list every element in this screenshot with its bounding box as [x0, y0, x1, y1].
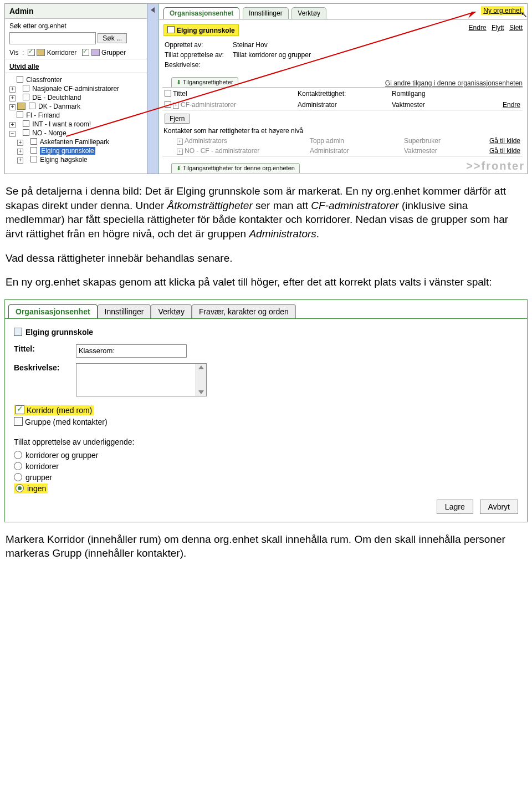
main-panel: Organisasjonsenhet Innstillinger Verktøy… — [158, 4, 527, 174]
screenshot-form: OrganisasjonsenhetInnstillingerVerktøyFr… — [4, 299, 528, 522]
tree-row[interactable]: + Elging høgskole — [7, 155, 145, 164]
korridorer-checkbox[interactable] — [28, 49, 35, 56]
arrow-down-icon: ⬇ — [176, 165, 181, 171]
goto-source-link[interactable]: Gå til kilde — [482, 137, 520, 145]
search-input[interactable] — [9, 32, 96, 44]
expand-all-link[interactable]: Utvid alle — [5, 59, 147, 73]
search-button[interactable]: Søk ... — [98, 33, 127, 43]
tree-row[interactable]: + Nasjonale CF-administratorer — [7, 84, 145, 93]
new-org-link[interactable]: Ny org.enhet — [481, 6, 524, 15]
fjern-button[interactable]: Fjern — [165, 114, 190, 124]
tittel-input[interactable] — [76, 344, 187, 358]
korridor-icon — [37, 49, 45, 56]
form-heading: Elging grunnskole — [14, 328, 518, 337]
flytt-link[interactable]: Flytt — [492, 24, 504, 32]
kontakter-title: Kontakter som har rettigheter fra et høy… — [163, 127, 521, 135]
sidebar: Admin Søk etter org.enhet Søk ... Vis : … — [5, 4, 147, 174]
search-label: Søk etter org.enhet — [9, 22, 142, 30]
rights-row: +CF-administratorer Administrator Vaktme… — [162, 100, 523, 110]
meta-table: Opprettet av:Steinar Hov Tillat opprette… — [163, 39, 320, 70]
scroll-down-icon[interactable] — [198, 390, 204, 394]
rights-table: Tittel Kontaktrettighet: Romtilgang +CF-… — [162, 87, 523, 110]
admin-title: Admin — [5, 4, 147, 19]
screenshot-admin: Admin Søk etter org.enhet Søk ... Vis : … — [4, 3, 528, 174]
arrow-down-icon: ⬇ — [176, 79, 181, 85]
goto-source-link[interactable]: Gå til kilde — [482, 147, 520, 155]
beskrivelse-label: Beskrivelse: — [14, 363, 74, 372]
grupper-checkbox[interactable] — [82, 49, 89, 56]
org-checkbox[interactable] — [167, 26, 175, 33]
gruppe-icon — [91, 49, 100, 56]
tab2-verktoy[interactable]: Verktøy — [151, 304, 191, 318]
slett-link[interactable]: Slett — [509, 24, 523, 32]
rights-row: +Administrators Topp admin Superbruker G… — [162, 136, 523, 146]
header-checkbox[interactable] — [165, 90, 171, 96]
vis-label: Vis — [9, 49, 18, 57]
scroll-up-icon[interactable] — [198, 365, 204, 369]
korridor-checkbox[interactable] — [16, 405, 24, 414]
watermark: >>fronter — [466, 160, 525, 172]
korridorer-label: Korridorer — [47, 49, 76, 57]
gruppe-checkbox[interactable] — [14, 417, 23, 426]
org-tree: Classfronter + Nasjonale CF-administrato… — [5, 73, 147, 166]
tree-row-selected[interactable]: + Elging grunnskole — [7, 146, 145, 155]
tab-innstillinger[interactable]: Innstillinger — [243, 7, 289, 19]
tree-row[interactable]: Classfronter — [7, 75, 145, 84]
textarea-scrollbar[interactable] — [196, 364, 206, 396]
tab2-innstillinger[interactable]: Innstillinger — [98, 304, 151, 318]
tree-row[interactable]: + INT - I want a room! — [7, 120, 145, 129]
tillat-label: Tillat opprettelse av underliggende: — [14, 437, 518, 446]
tab2-fravaer[interactable]: Fravær, karakter og orden — [192, 304, 296, 318]
tree-row[interactable]: FI - Finland — [7, 111, 145, 120]
beskrivelse-textarea[interactable] — [76, 363, 207, 396]
expand-icon[interactable]: + — [177, 149, 183, 155]
radio-grupper[interactable] — [14, 473, 22, 481]
body-text: Se på detaljerna i denna bild: Det är El… — [6, 184, 526, 289]
rights-subtab[interactable]: ⬇ Tilgangsrettigheter — [171, 77, 238, 87]
rights-subtab2[interactable]: ⬇ Tilgangsrettigheter for denne org.enhe… — [171, 163, 300, 173]
tabs: Organisasjonsenhet Innstillinger Verktøy… — [158, 4, 527, 20]
tab-org[interactable]: Organisasjonsenhet — [163, 7, 239, 19]
divider-bar[interactable] — [147, 4, 159, 174]
body-text-2: Markera Korridor (innehåller rum) om den… — [6, 532, 526, 561]
grupper-label: Grupper — [101, 49, 126, 57]
tabs2: OrganisasjonsenhetInnstillingerVerktøyFr… — [5, 300, 527, 319]
endre-row-link[interactable]: Endre — [482, 101, 520, 109]
tree-row[interactable]: + DK - Danmark — [7, 102, 145, 111]
tittel-label: Tittel: — [14, 344, 74, 353]
expand-icon[interactable]: + — [173, 103, 179, 109]
tree-row[interactable]: + DE - Deutchland — [7, 93, 145, 102]
inherited-rights: +Administrators Topp admin Superbruker G… — [162, 136, 523, 156]
heading-checkbox[interactable] — [14, 328, 22, 336]
rights-row: +NO - CF - administratorer Administrator… — [162, 146, 523, 156]
radio-korridorer[interactable] — [14, 462, 22, 470]
give-access-link[interactable]: Gi andre tilgang i denne organisasjonsen… — [385, 79, 523, 87]
expand-icon[interactable]: + — [177, 139, 183, 145]
folder-icon — [17, 103, 25, 110]
tab2-org[interactable]: Organisasjonsenhet — [8, 304, 98, 318]
tab-verktoy[interactable]: Verktøy — [291, 7, 326, 19]
tree-row[interactable]: − NO - Norge — [7, 129, 145, 138]
avbryt-button[interactable]: Avbryt — [480, 500, 518, 514]
radio-ingen[interactable] — [16, 484, 24, 492]
tree-row[interactable]: + Askefanten Familiepark — [7, 138, 145, 146]
row-checkbox[interactable] — [165, 101, 171, 108]
action-links: Endre Flytt Slett — [466, 24, 523, 32]
org-name-box: Elging grunnskole — [163, 24, 239, 36]
endre-link[interactable]: Endre — [469, 24, 487, 32]
lagre-button[interactable]: Lagre — [437, 500, 473, 514]
radio-korr-grupper[interactable] — [14, 451, 22, 459]
